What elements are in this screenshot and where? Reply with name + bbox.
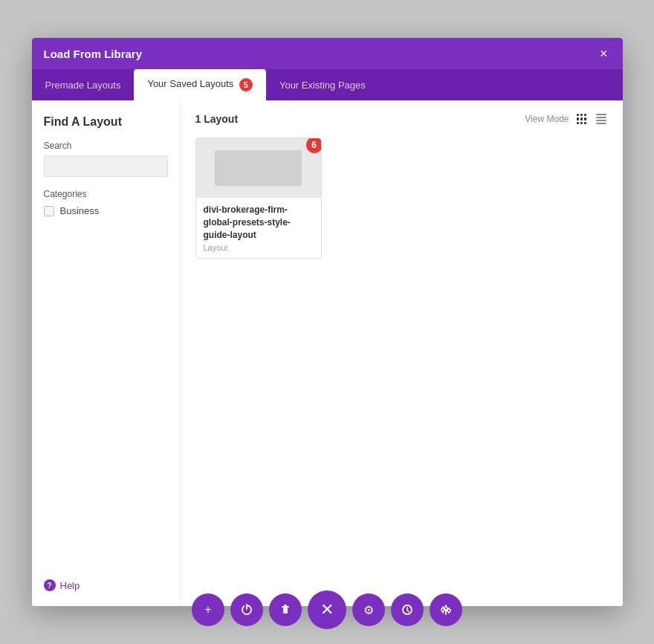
svg-point-9 xyxy=(447,609,450,612)
modal-body: Find A Layout Search Categories Business… xyxy=(32,100,623,606)
modal-title: Load From Library xyxy=(44,48,143,60)
close-main-button[interactable]: ✕ xyxy=(308,590,346,629)
search-label: Search xyxy=(44,141,168,151)
layout-card-thumbnail xyxy=(196,138,321,198)
business-checkbox[interactable] xyxy=(44,206,54,216)
svg-point-8 xyxy=(444,607,447,610)
main-content: 1 Layout View Mode xyxy=(181,100,623,606)
sidebar-title: Find A Layout xyxy=(44,115,168,129)
power-icon xyxy=(241,604,253,616)
page-wrapper: Load From Library × Premade Layouts Your… xyxy=(0,0,654,644)
grid-icon xyxy=(577,114,587,124)
view-mode-label: View Mode xyxy=(525,114,569,124)
tab-existing[interactable]: Your Existing Pages xyxy=(266,71,379,100)
saved-tab-badge: 5 xyxy=(239,78,253,91)
adjust-button[interactable] xyxy=(430,593,462,626)
business-label: Business xyxy=(60,205,100,216)
layout-card-info: divi-brokerage-firm-global-presets-style… xyxy=(196,198,321,258)
tabs-bar: Premade Layouts Your Saved Layouts 5 You… xyxy=(32,69,623,100)
help-label: Help xyxy=(60,580,80,591)
tab-premade[interactable]: Premade Layouts xyxy=(32,71,135,100)
tab-saved[interactable]: Your Saved Layouts 5 xyxy=(134,69,266,100)
grid-view-button[interactable] xyxy=(575,112,589,126)
layout-card-type: Layout xyxy=(204,243,314,252)
main-header: 1 Layout View Mode xyxy=(195,112,608,126)
thumbnail-placeholder xyxy=(215,150,302,186)
trash-button[interactable] xyxy=(269,593,302,626)
bottom-toolbar: + ✕ ⚙ xyxy=(192,590,462,629)
adjust-icon xyxy=(440,604,452,616)
layout-card[interactable]: divi-brokerage-firm-global-presets-style… xyxy=(195,138,322,259)
power-button[interactable] xyxy=(230,593,263,626)
view-mode-area: View Mode xyxy=(525,112,607,126)
category-item-business: Business xyxy=(44,205,168,216)
svg-rect-0 xyxy=(283,608,288,614)
layout-card-badge: 6 xyxy=(306,138,322,153)
list-view-button[interactable] xyxy=(595,112,608,126)
modal-close-button[interactable]: × xyxy=(597,45,611,62)
add-button[interactable]: + xyxy=(192,593,224,626)
trash-icon xyxy=(279,604,291,616)
layout-count: 1 Layout xyxy=(195,113,239,125)
modal-header: Load From Library × xyxy=(32,38,623,69)
list-icon xyxy=(596,114,606,124)
layout-card-name: divi-brokerage-firm-global-presets-style… xyxy=(204,204,314,241)
svg-rect-1 xyxy=(282,606,289,608)
sidebar: Find A Layout Search Categories Business… xyxy=(32,100,181,606)
modal: Load From Library × Premade Layouts Your… xyxy=(32,38,623,606)
clock-button[interactable] xyxy=(391,593,424,626)
sidebar-spacer xyxy=(44,221,168,579)
search-input[interactable] xyxy=(44,155,168,177)
help-icon: ? xyxy=(44,579,56,591)
svg-rect-2 xyxy=(284,605,287,606)
categories-label: Categories xyxy=(44,189,168,199)
layouts-grid: divi-brokerage-firm-global-presets-style… xyxy=(195,138,608,259)
clock-icon xyxy=(401,604,413,616)
help-link[interactable]: ? Help xyxy=(44,579,168,591)
settings-button[interactable]: ⚙ xyxy=(352,593,385,626)
